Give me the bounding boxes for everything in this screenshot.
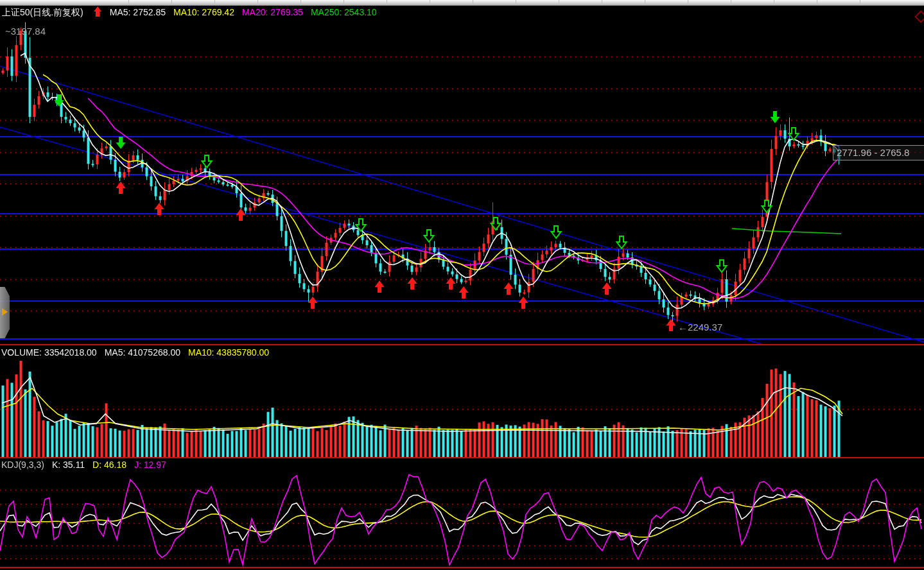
- kdj-panel-header: KDJ(9,3,3)K: 35.11D: 46.18J: 12.97: [1, 459, 174, 471]
- kdj-indicator-label: KDJ(9,3,3): [1, 460, 44, 470]
- scrollbar-tick: [731, 0, 731, 5]
- volume-ma5-value: MA5: 41075268.00: [105, 347, 180, 358]
- scrollbar-tick: [688, 0, 688, 5]
- sidebar-expand-handle[interactable]: [0, 287, 10, 338]
- scrollbar-tick: [128, 0, 129, 5]
- symbol-title: 上证50(日线.前复权): [2, 7, 83, 17]
- scrollbar-tick: [171, 0, 172, 5]
- scrollbar-tick: [214, 0, 215, 5]
- volume-panel-header: VOLUME: 33542018.00MA5: 41075268.00MA10:…: [1, 347, 277, 358]
- ma20-value: MA20: 2769.35: [242, 7, 303, 17]
- kdj-j-value: J: 12.97: [134, 460, 166, 470]
- chart-canvas[interactable]: [0, 0, 924, 570]
- volume-ma10-value: MA10: 43835780.00: [188, 347, 269, 358]
- scrollbar-tick: [257, 0, 258, 5]
- measure-tooltip: 2771.96 - 2765.8: [833, 145, 924, 160]
- ma10-value: MA10: 2769.42: [173, 7, 234, 17]
- scrollbar-tick: [301, 0, 301, 5]
- horizontal-scrollbar[interactable]: [0, 0, 924, 6]
- ma250-value: MA250: 2543.10: [311, 7, 377, 17]
- kdj-k-value: K: 35.11: [52, 460, 85, 470]
- volume-value: VOLUME: 33542018.00: [1, 347, 97, 358]
- scrollbar-tick: [344, 0, 344, 5]
- up-arrow-icon: [94, 6, 102, 17]
- scrollbar-tick: [774, 0, 774, 5]
- scrollbar-tick: [860, 0, 860, 5]
- main-chart-header: 上证50(日线.前复权)MA5: 2752.85MA10: 2769.42MA2…: [2, 6, 385, 18]
- ma5-value: MA5: 2752.85: [110, 7, 166, 17]
- scrollbar-tick: [602, 0, 602, 5]
- scrollbar-tick: [387, 0, 387, 5]
- peak-price-label: ~3197.84: [5, 26, 46, 37]
- expand-arrow-icon: [2, 308, 8, 316]
- scrollbar-tick: [473, 0, 473, 5]
- scrollbar-tick: [559, 0, 559, 5]
- scrollbar-tick: [645, 0, 645, 5]
- scrollbar-tick: [516, 0, 516, 5]
- trading-app-window: 上证50(日线.前复权)MA5: 2752.85MA10: 2769.42MA2…: [0, 0, 924, 570]
- kdj-d-value: D: 46.18: [92, 460, 126, 470]
- scrollbar-tick: [817, 0, 817, 5]
- trough-price-label: ←2249.37: [678, 322, 722, 332]
- scrollbar-tick: [430, 0, 430, 5]
